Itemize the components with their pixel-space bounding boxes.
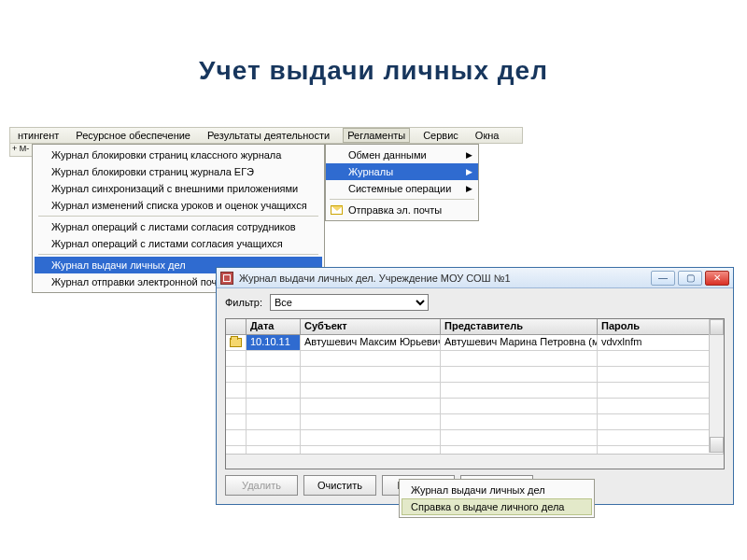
menu-resources[interactable]: Ресурсное обеспечение	[72, 129, 194, 142]
chevron-right-icon: ▶	[466, 150, 472, 160]
mail-icon	[331, 205, 343, 215]
submenu-label: Системные операции	[348, 183, 451, 194]
dropdown-item[interactable]: Журнал блокировки страниц классного журн…	[35, 147, 322, 163]
table-row[interactable]	[226, 351, 724, 367]
chevron-right-icon: ▶	[466, 184, 472, 193]
horizontal-scrollbar[interactable]	[226, 454, 724, 469]
col-date[interactable]: Дата	[247, 319, 301, 334]
table-row[interactable]	[226, 414, 724, 430]
table-row[interactable]: 10.10.11 Автушевич Максим Юрьевич Автуше…	[226, 335, 724, 351]
dropdown-item[interactable]: Журнал блокировки страниц журнала ЕГЭ	[35, 163, 322, 180]
vertical-scrollbar[interactable]	[709, 319, 724, 453]
print-menu-item[interactable]: Журнал выдачи личных дел	[402, 482, 592, 498]
toolbar-fragment: + М-	[9, 144, 33, 157]
window-title: Журнал выдачи личных дел. Учреждение МОУ…	[239, 273, 511, 284]
folder-icon	[230, 338, 242, 347]
dropdown-separator	[38, 254, 318, 255]
filter-select[interactable]: Все	[270, 294, 429, 311]
cell-subject[interactable]: Автушевич Максим Юрьевич	[301, 335, 441, 350]
submenu-item-exchange[interactable]: Обмен данными ▶	[326, 147, 478, 163]
col-subject[interactable]: Субъект	[301, 319, 441, 334]
submenu-item-journals[interactable]: Журналы ▶	[326, 163, 478, 180]
clear-button[interactable]: Очистить	[303, 475, 376, 496]
dropdown-separator	[38, 216, 318, 217]
minimize-button[interactable]: —	[651, 271, 675, 286]
menu-reglamenty[interactable]: Регламенты	[343, 128, 410, 143]
table-row[interactable]	[226, 367, 724, 383]
maximize-button[interactable]: ▢	[678, 271, 702, 286]
submenu-item-mail[interactable]: Отправка эл. почты	[326, 202, 478, 218]
window-titlebar: Журнал выдачи личных дел. Учреждение МОУ…	[217, 268, 733, 288]
submenu-reglamenty: Обмен данными ▶ Журналы ▶ Системные опер…	[325, 144, 479, 221]
journal-window: Журнал выдачи личных дел. Учреждение МОУ…	[216, 267, 734, 505]
menu-windows[interactable]: Окна	[472, 129, 503, 142]
cell-rep[interactable]: Автушевич Марина Петровна (м	[441, 335, 598, 350]
submenu-separator	[330, 199, 474, 200]
close-button[interactable]: ✕	[705, 271, 729, 286]
col-pass[interactable]: Пароль	[598, 319, 724, 334]
dropdown-item[interactable]: Журнал изменений списка уроков и оценок …	[35, 197, 322, 214]
col-icon[interactable]	[226, 319, 247, 334]
chevron-right-icon: ▶	[466, 167, 472, 176]
submenu-item-system[interactable]: Системные операции ▶	[326, 180, 478, 197]
delete-button[interactable]: Удалить	[225, 475, 298, 496]
table-row[interactable]	[226, 430, 724, 446]
dropdown-item[interactable]: Журнал операций с листами согласия учащи…	[35, 235, 322, 252]
col-rep[interactable]: Представитель	[441, 319, 598, 334]
menu-results[interactable]: Результаты деятельности	[204, 129, 333, 142]
print-menu: Журнал выдачи личных дел Справка о выдач…	[399, 479, 595, 518]
menubar: нтингент Ресурсное обеспечение Результат…	[9, 127, 523, 144]
filter-label: Фильтр:	[225, 297, 262, 308]
data-grid: Дата Субъект Представитель Пароль 10.10.…	[225, 318, 725, 469]
dropdown-item[interactable]: Журнал синхронизаций с внешними приложен…	[35, 180, 322, 197]
submenu-label: Журналы	[348, 166, 393, 177]
menu-contingent[interactable]: нтингент	[14, 129, 63, 142]
cell-pass[interactable]: vdvxlnfm	[598, 335, 724, 350]
table-row[interactable]	[226, 383, 724, 399]
submenu-label: Обмен данными	[348, 149, 427, 161]
cell-date[interactable]: 10.10.11	[247, 335, 301, 350]
submenu-label: Отправка эл. почты	[348, 204, 442, 216]
menu-service[interactable]: Сервис	[419, 129, 462, 142]
app-icon	[220, 272, 233, 285]
dropdown-item[interactable]: Журнал операций с листами согласия сотру…	[35, 218, 322, 235]
print-menu-item-selected[interactable]: Справка о выдаче личного дела	[402, 498, 592, 515]
slide-title: Учет выдачи личных дел	[0, 56, 747, 86]
table-row[interactable]	[226, 399, 724, 414]
